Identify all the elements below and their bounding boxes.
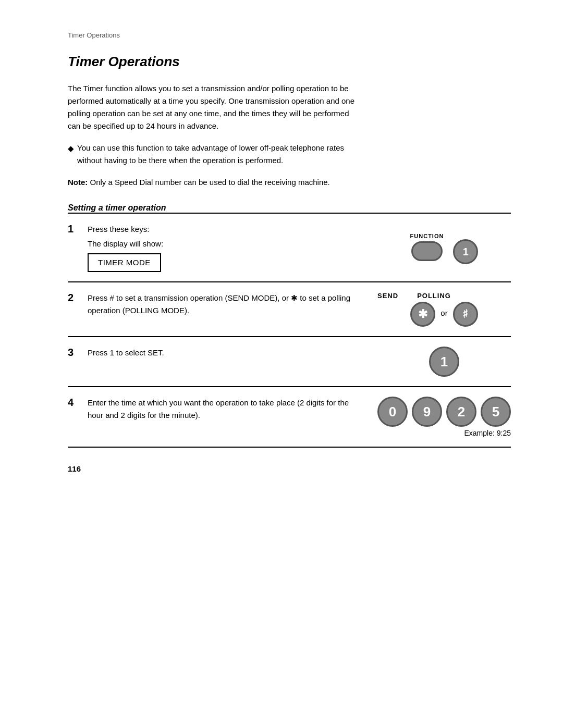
note-bold: Note: — [68, 178, 88, 187]
intro-paragraph: The Timer function allows you to set a t… — [68, 82, 360, 132]
section-heading: Setting a timer operation — [68, 203, 511, 213]
step-number-3: 3 — [68, 337, 83, 387]
step2-visual: SEND POLLING ✱ or ♯ — [367, 282, 511, 337]
step-content-1: Press these keys: The display will show:… — [83, 213, 367, 282]
digit-9-button[interactable]: 9 — [412, 397, 442, 427]
steps-table: 1 Press these keys: The display will sho… — [68, 213, 511, 448]
header-label: Timer Operations — [68, 31, 511, 39]
step-number-1: 1 — [68, 213, 83, 282]
step-content-4: Enter the time at which you want the ope… — [83, 387, 367, 447]
step-content-2: Press # to set a transmission operation … — [83, 282, 367, 337]
diamond-icon: ◆ — [68, 142, 74, 167]
key-1-label: 1 — [463, 246, 469, 258]
digit-0-button[interactable]: 0 — [377, 397, 408, 427]
star-key-button[interactable]: ✱ — [410, 302, 435, 327]
step-number-4: 4 — [68, 387, 83, 447]
step-row-4: 4 Enter the time at which you want the o… — [68, 387, 511, 447]
key-1-button[interactable]: 1 — [453, 239, 478, 264]
step1-visual: FUNCTION 1 — [367, 213, 511, 282]
step-row-1: 1 Press these keys: The display will sho… — [68, 213, 511, 282]
function-key-button[interactable] — [411, 241, 443, 261]
step4-instruction: Enter the time at which you want the ope… — [88, 398, 349, 419]
step-row-2: 2 Press # to set a transmission operatio… — [68, 282, 511, 337]
step-row-3: 3 Press 1 to select SET. 1 — [68, 337, 511, 387]
page-number: 116 — [68, 464, 511, 473]
step-number-2: 2 — [68, 282, 83, 337]
step1-instruction-line1: Press these keys: — [88, 223, 361, 236]
or-text: or — [440, 309, 447, 317]
send-polling-labels: SEND POLLING — [377, 292, 511, 300]
note-rest: Only a Speed Dial number can be used to … — [88, 178, 329, 187]
step4-digits-group: 0 9 2 5 — [377, 397, 511, 427]
page-title: Timer Operations — [68, 54, 511, 70]
bullet-text: You can use this function to take advant… — [77, 142, 360, 167]
example-text: Example: 9:25 — [377, 429, 511, 437]
send-label: SEND — [377, 292, 398, 300]
step2-key-group: ✱ or ♯ — [377, 302, 511, 327]
function-key-group: FUNCTION — [410, 233, 444, 263]
page: Timer Operations Timer Operations The Ti… — [0, 0, 563, 515]
polling-label: POLLING — [417, 292, 451, 300]
bullet-item: ◆ You can use this function to take adva… — [68, 142, 360, 167]
note-text: Note: Only a Speed Dial number can be us… — [68, 176, 360, 189]
digit-2-button[interactable]: 2 — [446, 397, 476, 427]
digit-5-button[interactable]: 5 — [481, 397, 511, 427]
step3-instruction: Press 1 to select SET. — [88, 348, 164, 357]
step4-visual: 0 9 2 5 Example: 9:25 — [367, 387, 511, 447]
function-label: FUNCTION — [410, 233, 444, 239]
hash-key-button[interactable]: ♯ — [453, 302, 478, 327]
step-content-3: Press 1 to select SET. — [83, 337, 367, 387]
key-1-large-button[interactable]: 1 — [429, 347, 459, 377]
step2-instruction: Press # to set a transmission operation … — [88, 293, 350, 315]
step3-visual: 1 — [367, 337, 511, 387]
step1-key-group: FUNCTION 1 — [377, 231, 511, 264]
step1-display-label: The display will show: — [88, 238, 361, 250]
timer-mode-display: TIMER MODE — [88, 253, 161, 272]
key-1-large-label: 1 — [440, 354, 448, 370]
